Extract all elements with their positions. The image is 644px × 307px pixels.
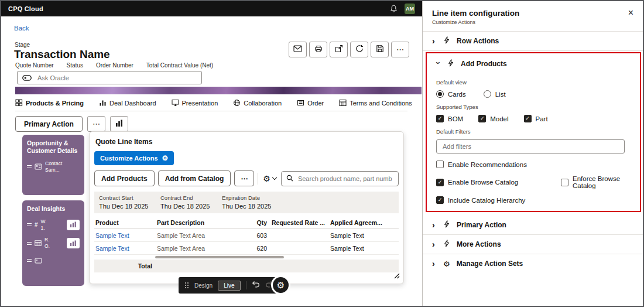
add-from-catalog-button[interactable]: Add from Catalog [158,170,231,186]
section-more-actions[interactable]: › More Actions [423,235,643,254]
field-label: Expiration Date [222,195,394,201]
tab-order[interactable]: Order [297,99,324,108]
mini-bar-chart-icon [70,220,77,229]
design-mode-button[interactable]: Design [194,282,213,289]
card-title: Opportunity & Customer Details [27,139,80,155]
col-applied-agreement: Applied Agreem... [330,219,396,226]
chart-view-button[interactable] [110,116,128,132]
checkbox-enforce-browse-catalog[interactable]: Enforce Browse Catalog [561,175,632,189]
checkbox-checked-icon[interactable] [524,115,532,122]
section-primary-action[interactable]: › Primary Action [423,216,643,234]
more-actions-button[interactable]: ⋯ [391,42,409,57]
tab-presentation[interactable]: Presentation [172,99,218,108]
table-row[interactable]: Sample Text Sample Text Area 603 Sample … [94,229,399,242]
section-label: Manage Action Sets [457,260,523,268]
deal-insights-card[interactable]: Deal Insights # W. 1. R. O. [22,200,84,286]
app-title: CPQ Cloud [8,5,43,12]
email-button[interactable] [289,42,307,57]
contact-widget-row[interactable]: Contact Sam... [27,161,80,173]
table-row[interactable]: Sample Text Sample Text Area 620 Sample … [94,242,399,255]
qty-cell: 603 [247,232,267,239]
tab-collaboration[interactable]: Collaboration [233,99,282,108]
section-add-products[interactable]: › Add Products [427,54,640,73]
checkbox-checked-icon[interactable] [478,115,486,122]
checkbox-bom[interactable]: BOM [436,115,463,122]
refresh-button[interactable] [350,42,368,57]
section-row-actions[interactable]: › Row Actions [423,32,643,50]
transaction-tabs: Products & Pricing Deal Dashboard Presen… [15,97,412,110]
design-mode-toolbar: Design Live [179,277,279,294]
default-filters-input[interactable] [441,142,619,151]
export-button[interactable] [330,42,348,57]
undo-button[interactable] [252,281,260,290]
tab-deal-dashboard[interactable]: Deal Dashboard [99,99,156,108]
drag-handle-icon[interactable] [27,242,32,245]
checkbox-enable-browse-catalog[interactable]: Enable Browse Catalog [436,175,561,189]
opportunity-customer-card[interactable]: Opportunity & Customer Details Contact S… [22,135,84,195]
checkbox-part[interactable]: Part [524,115,548,122]
default-filters-field[interactable] [436,139,625,154]
line-items-table: Product Part Description Qty Requested R… [94,216,399,272]
drag-handle-icon[interactable] [27,259,32,262]
checkbox-include-catalog-hierarchy[interactable]: Include Catalog Hierarchy [436,196,632,204]
back-link[interactable]: Back [14,25,29,32]
section-manage-action-sets[interactable]: › ⚙ Manage Action Sets [423,254,643,273]
chevron-right-icon: › [432,259,437,268]
tab-terms-conditions[interactable]: Terms and Conditions [339,99,412,108]
config-panel-subtitle: Customize Actions [423,18,643,31]
print-button[interactable] [309,42,327,57]
bar-chart-icon [99,99,107,108]
insight-chart-button[interactable] [67,220,80,230]
insight-row[interactable]: # W. 1. [27,219,80,231]
config-panel-header: Line item configuration × [423,1,643,18]
checkbox-label: BOM [448,115,463,122]
add-products-button[interactable]: Add Products [94,170,155,186]
panel-resize-handle[interactable] [394,271,400,281]
save-button[interactable] [371,42,389,57]
primary-action-button[interactable]: Primary Action [15,116,83,132]
close-icon[interactable]: × [628,8,633,18]
checkbox-model[interactable]: Model [478,115,508,122]
ask-oracle-field[interactable] [17,71,202,84]
table-icon [339,99,347,108]
checkbox-enable-recommendations[interactable]: Enable Recommendations [436,161,632,168]
checkbox-checked-icon[interactable] [436,179,444,186]
ask-oracle-input[interactable] [36,74,197,82]
live-mode-button[interactable]: Live [218,281,240,291]
settings-dropdown[interactable]: ⚙ [262,174,278,183]
radio-cards[interactable]: Cards [436,90,466,98]
radio-list[interactable]: List [484,90,506,98]
insight-line: R. [44,237,50,243]
product-link[interactable]: Sample Text [95,232,152,239]
insight-chart-button[interactable] [67,238,80,248]
checkbox-checked-icon[interactable] [436,115,444,122]
drag-handle-icon[interactable] [27,165,32,168]
section-label: Row Actions [457,37,499,45]
radio-unselected-icon[interactable] [484,90,491,98]
notifications-bell-icon[interactable] [390,5,398,13]
product-link[interactable]: Sample Text [95,245,152,252]
expiration-date-field: Expiration Date Thu Dec 18 2025 [222,195,394,210]
product-search-field[interactable] [281,171,399,186]
drag-handle-icon[interactable] [27,223,32,226]
customize-actions-button[interactable]: Customize Actions ⚙ [94,151,174,165]
checkbox-unchecked-icon[interactable] [561,179,568,186]
field-label: Contract End [160,195,222,201]
insight-row[interactable]: R. O. [27,237,80,249]
checkbox-unchecked-icon[interactable] [436,161,444,168]
user-avatar[interactable]: AM [405,4,415,14]
tab-products-pricing[interactable]: Products & Pricing [15,99,84,108]
gear-icon: ⚙ [263,174,270,183]
design-settings-button[interactable]: ⚙ [271,275,290,295]
bolt-icon [443,220,450,230]
horizontal-scrollbar[interactable] [155,256,284,258]
drag-dots-icon[interactable] [184,282,189,289]
line-items-more-button[interactable]: ⋯ [234,170,254,186]
radio-selected-icon[interactable] [436,90,444,98]
insight-row[interactable] [27,255,80,266]
chevron-right-icon: › [432,240,437,249]
checkbox-checked-icon[interactable] [436,196,444,204]
section-label: More Actions [457,240,501,248]
page-more-button[interactable]: ⋯ [87,116,105,132]
product-search-input[interactable] [297,175,393,183]
